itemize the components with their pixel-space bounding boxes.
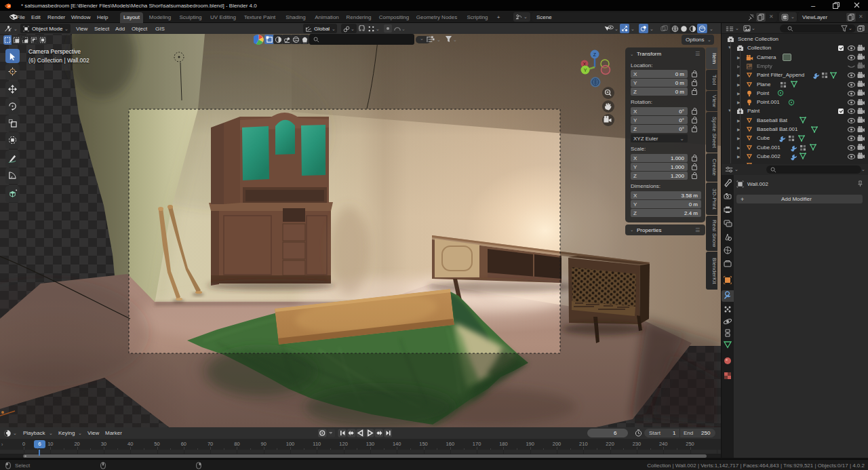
svg-text:Y: Y	[584, 68, 587, 73]
svg-text:Z: Z	[593, 52, 597, 57]
